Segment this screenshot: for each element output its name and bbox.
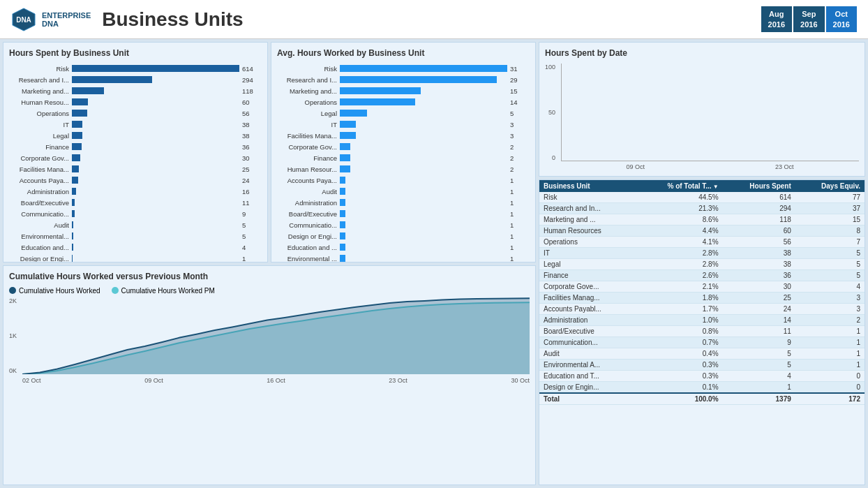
legend-dot-pm	[112, 287, 119, 294]
aug-2016-button[interactable]: Aug2016	[761, 6, 792, 32]
bar-track	[72, 76, 239, 83]
cell-pct: 0.1%	[636, 382, 722, 394]
hours-by-date-title: Hours Spent by Date	[545, 48, 859, 58]
bar-value: 3	[510, 121, 530, 128]
bar-row: Communicatio... 9	[9, 209, 262, 219]
y-label-50: 50	[545, 109, 555, 116]
date-x-axis: 09 Oct 23 Oct	[561, 163, 859, 170]
bar-fill	[340, 87, 421, 94]
col-pct-total[interactable]: % of Total T...▼	[636, 180, 722, 192]
bar-value: 2	[510, 165, 530, 173]
cell-pct: 8.6%	[636, 214, 722, 225]
bar-label: Facilities Mana...	[9, 165, 72, 173]
bar-fill	[340, 165, 350, 172]
bar-fill	[340, 244, 345, 251]
bar-row: Facilities Mana... 3	[277, 131, 530, 140]
bar-row: Operations 14	[277, 97, 530, 107]
table-row: Communication... 0.7% 9 1	[539, 337, 865, 348]
page-title: Business Units	[102, 8, 243, 31]
cell-pct: 1.8%	[636, 293, 722, 304]
bar-fill	[340, 121, 356, 128]
bar-row: Research and I... 29	[277, 75, 530, 84]
bar-label: Risk	[9, 65, 72, 73]
bar-value: 1	[510, 255, 530, 263]
bar-row: Environmental... 5	[9, 231, 262, 241]
cell-days: 1	[795, 326, 865, 337]
table-row: Corporate Gove... 2.1% 30 4	[539, 281, 865, 293]
cell-unit: Administration	[539, 315, 636, 326]
bar-fill	[72, 199, 75, 206]
bar-fill	[72, 232, 73, 239]
main-content: Hours Spent by Business Unit Risk 614 Re…	[0, 39, 868, 488]
bar-label: IT	[9, 121, 72, 128]
bar-value: 16	[242, 188, 262, 195]
bar-track	[72, 232, 239, 239]
bar-label: Legal	[277, 110, 340, 117]
hours-by-date-panel: Hours Spent by Date 100 50 0 09 Oct 23 O…	[539, 42, 865, 177]
y-label-100: 100	[545, 64, 555, 71]
cell-unit: Risk	[539, 192, 636, 203]
bar-label: IT	[277, 121, 340, 128]
cell-pct: 2.6%	[636, 270, 722, 281]
cell-unit: Human Resources	[539, 225, 636, 237]
cumulative-svg	[22, 297, 530, 374]
bar-label: Accounts Paya...	[277, 177, 340, 184]
bar-fill	[72, 165, 79, 172]
bar-track	[72, 210, 239, 217]
bar-value: 29	[510, 76, 530, 84]
cell-hours: 4	[723, 371, 795, 382]
table-scroll[interactable]: Business Unit % of Total T...▼ Hours Spe…	[539, 180, 865, 485]
bar-value: 56	[242, 110, 262, 117]
cell-days: 37	[795, 203, 865, 214]
cell-hours: 38	[723, 259, 795, 270]
bar-value: 118	[242, 87, 262, 95]
hours-spent-panel: Hours Spent by Business Unit Risk 614 Re…	[3, 42, 268, 263]
cell-days: 0	[795, 371, 865, 382]
bar-value: 24	[242, 177, 262, 184]
bar-row: Human Resou... 60	[9, 97, 262, 107]
bar-fill	[72, 188, 76, 195]
cell-days: 1	[795, 348, 865, 360]
table-row: Environmental A... 0.3% 5 1	[539, 360, 865, 371]
cell-unit: Finance	[539, 270, 636, 281]
bar-fill	[340, 143, 350, 150]
bar-track	[340, 65, 507, 72]
bar-track	[72, 177, 239, 184]
bar-fill	[340, 221, 345, 228]
bar-value: 1	[510, 244, 530, 251]
bar-label: Finance	[9, 143, 72, 151]
bar-row: Education and... 4	[9, 242, 262, 252]
cell-pct: 2.8%	[636, 248, 722, 259]
avg-hours-panel: Avg. Hours Worked by Business Unit Risk …	[271, 42, 536, 263]
bar-label: Education and ...	[277, 244, 340, 251]
total-days: 172	[795, 393, 865, 405]
bar-fill	[340, 98, 415, 105]
cell-days: 3	[795, 304, 865, 315]
bar-fill	[340, 188, 345, 195]
cell-days: 77	[795, 192, 865, 203]
x-23oct: 23 Oct	[389, 377, 407, 384]
bar-track	[340, 165, 507, 172]
bar-label: Design or Engi...	[9, 255, 72, 263]
bar-row: Legal 38	[9, 131, 262, 140]
sep-2016-button[interactable]: Sep2016	[793, 6, 824, 32]
bar-track	[340, 244, 507, 251]
bar-row: Facilities Mana... 25	[9, 164, 262, 174]
cell-hours: 5	[723, 348, 795, 360]
bar-row: Finance 2	[277, 153, 530, 163]
cell-unit: Design or Engin...	[539, 382, 636, 394]
bar-label: Risk	[277, 65, 340, 73]
bar-value: 1	[510, 177, 530, 184]
x-16oct: 16 Oct	[267, 377, 285, 384]
table-row: Audit 0.4% 5 1	[539, 348, 865, 360]
y-label-0: 0	[545, 154, 555, 161]
bar-fill	[340, 110, 367, 117]
bar-label: Finance	[277, 154, 340, 162]
bar-label: Operations	[9, 110, 72, 117]
cell-hours: 614	[723, 192, 795, 203]
oct-2016-button[interactable]: Oct2016	[826, 6, 857, 32]
table-row: Board/Executive 0.8% 11 1	[539, 326, 865, 337]
table-row: Human Resources 4.4% 60 8	[539, 225, 865, 237]
hours-spent-title: Hours Spent by Business Unit	[9, 48, 262, 58]
col-days-equiv: Days Equiv.	[795, 180, 865, 192]
